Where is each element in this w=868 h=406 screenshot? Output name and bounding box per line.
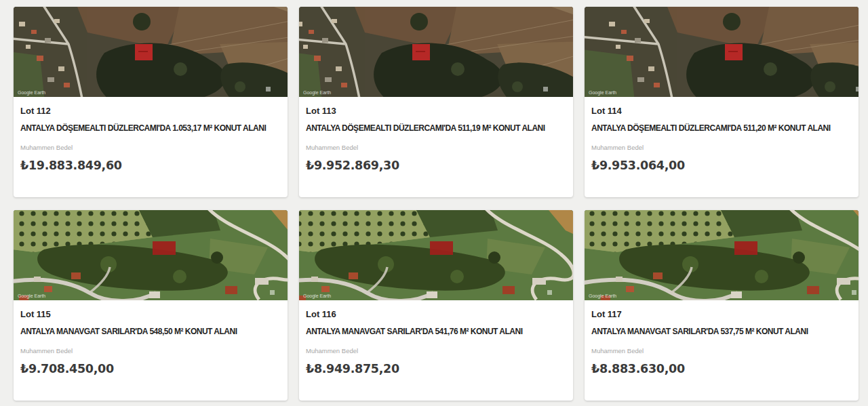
- listing-card[interactable]: Google Earth Lot 116 ANTALYA MANAVGAT SA…: [299, 210, 573, 401]
- google-earth-attribution: Google Earth: [18, 90, 45, 96]
- listing-card[interactable]: Google Earth Lot 112 ANTALYA DÖŞEMEALTI …: [14, 7, 288, 197]
- appraisal-label: Muhammen Bedel: [591, 347, 852, 354]
- google-earth-attribution: Google Earth: [589, 293, 616, 299]
- google-earth-attribution: Google Earth: [18, 293, 45, 299]
- appraisal-label: Muhammen Bedel: [591, 144, 852, 151]
- lot-label: Lot 112: [20, 106, 281, 116]
- listing-card[interactable]: Google Earth Lot 117 ANTALYA MANAVGAT SA…: [585, 210, 859, 401]
- lot-label: Lot 114: [591, 106, 852, 116]
- google-earth-attribution: Google Earth: [303, 90, 331, 96]
- satellite-image: Google Earth: [585, 210, 859, 300]
- satellite-image: Google Earth: [14, 210, 288, 300]
- lot-label: Lot 117: [591, 309, 852, 319]
- price-value: ₺19.883.849,60: [20, 159, 281, 172]
- google-earth-attribution: Google Earth: [589, 90, 616, 96]
- listing-title: ANTALYA DÖŞEMEALTI DÜZLERCAMI'DA 511,20 …: [591, 123, 852, 133]
- appraisal-label: Muhammen Bedel: [306, 347, 566, 354]
- price-value: ₺8.883.630,00: [591, 362, 852, 375]
- listing-title: ANTALYA MANAVGAT SARILAR'DA 541,76 M² KO…: [306, 327, 566, 336]
- listings-grid: Google Earth Lot 112 ANTALYA DÖŞEMEALTI …: [14, 7, 859, 401]
- appraisal-label: Muhammen Bedel: [306, 144, 566, 151]
- listing-title: ANTALYA DÖŞEMEALTI DÜZLERCAMI'DA 511,19 …: [306, 123, 566, 133]
- listing-card[interactable]: Google Earth Lot 115 ANTALYA MANAVGAT SA…: [14, 210, 288, 401]
- satellite-image: Google Earth: [299, 210, 573, 300]
- price-value: ₺9.708.450,00: [20, 362, 281, 375]
- listing-card[interactable]: Google Earth Lot 113 ANTALYA DÖŞEMEALTI …: [299, 7, 573, 197]
- satellite-image: Google Earth: [14, 7, 288, 97]
- satellite-image: Google Earth: [299, 7, 573, 97]
- listing-title: ANTALYA DÖŞEMEALTI DÜZLERCAMI'DA 1.053,1…: [20, 123, 281, 133]
- listing-title: ANTALYA MANAVGAT SARILAR'DA 537,75 M² KO…: [591, 327, 852, 336]
- appraisal-label: Muhammen Bedel: [20, 347, 281, 354]
- listing-card[interactable]: Google Earth Lot 114 ANTALYA DÖŞEMEALTI …: [585, 7, 859, 197]
- price-value: ₺8.949.875,20: [306, 362, 566, 375]
- appraisal-label: Muhammen Bedel: [20, 144, 281, 151]
- price-value: ₺9.953.064,00: [591, 159, 852, 172]
- lot-label: Lot 116: [306, 309, 566, 319]
- listing-title: ANTALYA MANAVGAT SARILAR'DA 548,50 M² KO…: [20, 327, 281, 336]
- google-earth-attribution: Google Earth: [303, 293, 331, 299]
- lot-label: Lot 115: [20, 309, 281, 319]
- price-value: ₺9.952.869,30: [306, 159, 566, 172]
- satellite-image: Google Earth: [585, 7, 859, 97]
- lot-label: Lot 113: [306, 106, 566, 116]
